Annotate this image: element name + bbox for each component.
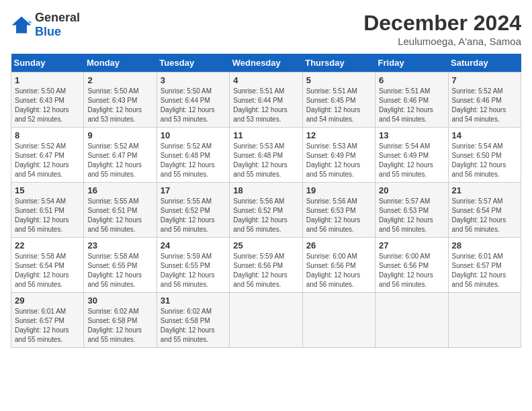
logo: General Blue <box>11 11 80 39</box>
day-number: 27 <box>379 240 444 250</box>
day-detail: Sunrise: 5:50 AMSunset: 6:43 PMDaylight:… <box>87 87 152 124</box>
calendar-body: 1Sunrise: 5:50 AMSunset: 6:43 PMDaylight… <box>11 73 521 348</box>
calendar-week-row: 1Sunrise: 5:50 AMSunset: 6:43 PMDaylight… <box>11 73 521 128</box>
day-number: 6 <box>379 75 444 85</box>
logo-blue: Blue <box>35 25 61 38</box>
day-number: 15 <box>15 185 80 195</box>
day-header-wednesday: Wednesday <box>230 54 302 73</box>
calendar-cell: 12Sunrise: 5:53 AMSunset: 6:49 PMDayligh… <box>302 128 375 183</box>
day-header-saturday: Saturday <box>448 54 521 73</box>
calendar-cell <box>302 293 375 348</box>
day-header-friday: Friday <box>375 54 448 73</box>
day-number: 7 <box>452 75 517 85</box>
day-number: 28 <box>452 240 517 250</box>
day-number: 8 <box>15 130 80 140</box>
day-detail: Sunrise: 5:58 AMSunset: 6:54 PMDaylight:… <box>15 252 80 289</box>
calendar-cell: 28Sunrise: 6:01 AMSunset: 6:57 PMDayligh… <box>448 238 521 293</box>
calendar-cell: 18Sunrise: 5:56 AMSunset: 6:52 PMDayligh… <box>230 183 302 238</box>
day-detail: Sunrise: 5:52 AMSunset: 6:46 PMDaylight:… <box>452 87 517 124</box>
day-detail: Sunrise: 5:51 AMSunset: 6:46 PMDaylight:… <box>379 87 444 124</box>
calendar-cell: 14Sunrise: 5:54 AMSunset: 6:50 PMDayligh… <box>448 128 521 183</box>
day-number: 29 <box>15 295 80 306</box>
calendar-cell: 13Sunrise: 5:54 AMSunset: 6:49 PMDayligh… <box>375 128 448 183</box>
day-detail: Sunrise: 6:01 AMSunset: 6:57 PMDaylight:… <box>452 252 517 289</box>
day-number: 16 <box>87 185 152 195</box>
calendar-week-row: 15Sunrise: 5:54 AMSunset: 6:51 PMDayligh… <box>11 183 521 238</box>
day-number: 25 <box>233 240 298 250</box>
day-detail: Sunrise: 5:57 AMSunset: 6:54 PMDaylight:… <box>452 197 517 234</box>
calendar-week-row: 29Sunrise: 6:01 AMSunset: 6:57 PMDayligh… <box>11 293 521 348</box>
day-number: 24 <box>161 240 226 250</box>
calendar-cell: 22Sunrise: 5:58 AMSunset: 6:54 PMDayligh… <box>11 238 84 293</box>
calendar-cell: 8Sunrise: 5:52 AMSunset: 6:47 PMDaylight… <box>11 128 84 183</box>
calendar-cell: 26Sunrise: 6:00 AMSunset: 6:56 PMDayligh… <box>302 238 375 293</box>
calendar-cell: 5Sunrise: 5:51 AMSunset: 6:45 PMDaylight… <box>302 73 375 128</box>
day-number: 13 <box>379 130 444 140</box>
day-number: 18 <box>233 185 298 195</box>
day-number: 5 <box>306 75 371 85</box>
day-detail: Sunrise: 5:51 AMSunset: 6:44 PMDaylight:… <box>233 87 298 124</box>
day-header-tuesday: Tuesday <box>157 54 229 73</box>
day-number: 22 <box>15 240 80 250</box>
day-header-sunday: Sunday <box>11 54 84 73</box>
calendar-cell: 23Sunrise: 5:58 AMSunset: 6:55 PMDayligh… <box>84 238 157 293</box>
day-detail: Sunrise: 6:02 AMSunset: 6:58 PMDaylight:… <box>87 307 152 345</box>
calendar-cell: 16Sunrise: 5:55 AMSunset: 6:51 PMDayligh… <box>84 183 157 238</box>
calendar-cell: 25Sunrise: 5:59 AMSunset: 6:56 PMDayligh… <box>230 238 302 293</box>
calendar-header-row: SundayMondayTuesdayWednesdayThursdayFrid… <box>11 54 521 73</box>
calendar-cell: 21Sunrise: 5:57 AMSunset: 6:54 PMDayligh… <box>448 183 521 238</box>
day-number: 9 <box>87 130 152 140</box>
calendar-cell: 1Sunrise: 5:50 AMSunset: 6:43 PMDaylight… <box>11 73 84 128</box>
day-number: 14 <box>452 130 517 140</box>
day-number: 3 <box>161 75 226 85</box>
logo-text: General Blue <box>35 11 80 39</box>
day-number: 11 <box>233 130 298 140</box>
day-number: 21 <box>452 185 517 195</box>
day-number: 26 <box>306 240 371 250</box>
day-header-thursday: Thursday <box>302 54 375 73</box>
day-number: 23 <box>87 240 152 250</box>
calendar-cell: 29Sunrise: 6:01 AMSunset: 6:57 PMDayligh… <box>11 293 84 348</box>
title-area: December 2024 Leulumoega, A'ana, Samoa <box>363 11 521 47</box>
day-detail: Sunrise: 5:54 AMSunset: 6:49 PMDaylight:… <box>379 142 444 179</box>
calendar-cell: 30Sunrise: 6:02 AMSunset: 6:58 PMDayligh… <box>84 293 157 348</box>
calendar-cell: 7Sunrise: 5:52 AMSunset: 6:46 PMDaylight… <box>448 73 521 128</box>
day-detail: Sunrise: 6:01 AMSunset: 6:57 PMDaylight:… <box>15 307 80 345</box>
day-detail: Sunrise: 5:55 AMSunset: 6:51 PMDaylight:… <box>87 197 152 234</box>
day-detail: Sunrise: 5:56 AMSunset: 6:52 PMDaylight:… <box>233 197 298 234</box>
day-header-monday: Monday <box>84 54 157 73</box>
calendar-cell <box>375 293 448 348</box>
day-detail: Sunrise: 5:54 AMSunset: 6:50 PMDaylight:… <box>452 142 517 179</box>
day-detail: Sunrise: 5:59 AMSunset: 6:55 PMDaylight:… <box>161 252 226 289</box>
day-detail: Sunrise: 5:52 AMSunset: 6:48 PMDaylight:… <box>161 142 226 179</box>
calendar-table: SundayMondayTuesdayWednesdayThursdayFrid… <box>11 54 521 348</box>
calendar-cell: 11Sunrise: 5:53 AMSunset: 6:48 PMDayligh… <box>230 128 302 183</box>
calendar-cell: 10Sunrise: 5:52 AMSunset: 6:48 PMDayligh… <box>157 128 229 183</box>
calendar-cell: 19Sunrise: 5:56 AMSunset: 6:53 PMDayligh… <box>302 183 375 238</box>
calendar-cell: 4Sunrise: 5:51 AMSunset: 6:44 PMDaylight… <box>230 73 302 128</box>
day-number: 17 <box>161 185 226 195</box>
day-number: 31 <box>161 295 226 306</box>
location-title: Leulumoega, A'ana, Samoa <box>363 36 521 47</box>
day-number: 12 <box>306 130 371 140</box>
calendar-cell <box>448 293 521 348</box>
svg-marker-0 <box>12 17 32 34</box>
calendar-cell: 31Sunrise: 6:02 AMSunset: 6:58 PMDayligh… <box>157 293 229 348</box>
day-detail: Sunrise: 5:57 AMSunset: 6:53 PMDaylight:… <box>379 197 444 234</box>
calendar-cell: 27Sunrise: 6:00 AMSunset: 6:56 PMDayligh… <box>375 238 448 293</box>
day-detail: Sunrise: 5:52 AMSunset: 6:47 PMDaylight:… <box>15 142 80 179</box>
calendar-cell: 3Sunrise: 5:50 AMSunset: 6:44 PMDaylight… <box>157 73 229 128</box>
day-detail: Sunrise: 6:00 AMSunset: 6:56 PMDaylight:… <box>306 252 371 289</box>
day-detail: Sunrise: 5:53 AMSunset: 6:48 PMDaylight:… <box>233 142 298 179</box>
day-detail: Sunrise: 5:52 AMSunset: 6:47 PMDaylight:… <box>87 142 152 179</box>
logo-icon <box>11 15 32 34</box>
day-number: 30 <box>87 295 152 306</box>
month-title: December 2024 <box>363 11 521 36</box>
day-number: 10 <box>161 130 226 140</box>
calendar-week-row: 22Sunrise: 5:58 AMSunset: 6:54 PMDayligh… <box>11 238 521 293</box>
day-number: 1 <box>15 75 80 85</box>
calendar-cell: 6Sunrise: 5:51 AMSunset: 6:46 PMDaylight… <box>375 73 448 128</box>
day-detail: Sunrise: 6:02 AMSunset: 6:58 PMDaylight:… <box>161 307 226 345</box>
logo-general: General <box>35 11 80 24</box>
day-detail: Sunrise: 5:58 AMSunset: 6:55 PMDaylight:… <box>87 252 152 289</box>
